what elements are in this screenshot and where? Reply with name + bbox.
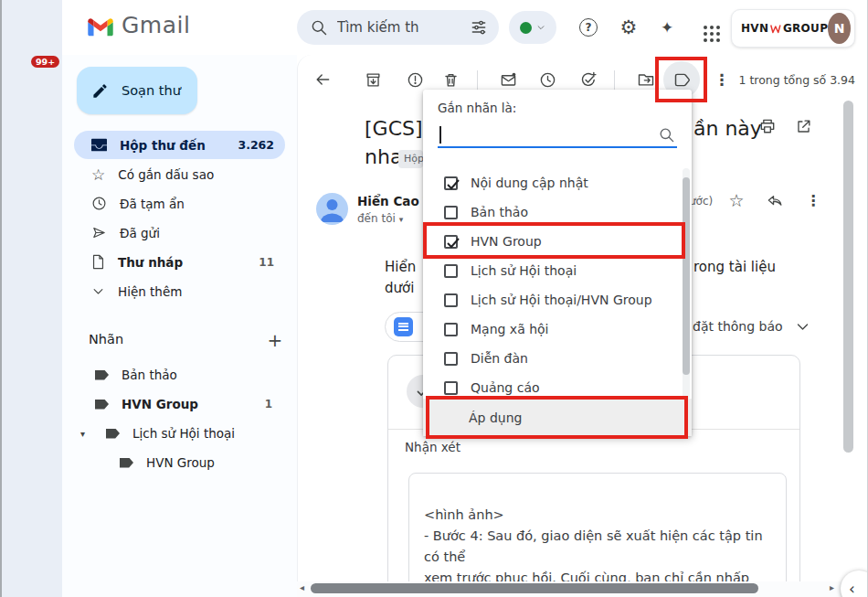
inbox-label-chip: Hộp bbox=[398, 150, 423, 168]
create-label-button[interactable]: + bbox=[262, 327, 288, 353]
arrow-left-icon bbox=[313, 70, 332, 89]
label-item-hvn-group[interactable]: HVN Group 1 bbox=[74, 389, 285, 419]
star-icon: ☆ bbox=[91, 165, 105, 184]
checkbox-unchecked[interactable] bbox=[444, 352, 458, 366]
checkbox-unchecked[interactable] bbox=[444, 293, 458, 307]
reply-button[interactable] bbox=[758, 184, 791, 217]
sidebar-item-more[interactable]: Hiện thêm bbox=[74, 277, 285, 305]
label-icon bbox=[95, 400, 109, 410]
sidebar-item-snoozed[interactable]: Đã tạm ẩn bbox=[74, 189, 285, 218]
label-option-dien-dan[interactable]: Diễn đàn bbox=[423, 344, 692, 373]
label-option-quang-cao[interactable]: Quảng cáo bbox=[423, 373, 692, 399]
checkbox-checked[interactable] bbox=[444, 235, 458, 249]
help-button[interactable]: ? bbox=[576, 15, 601, 40]
sidebar-item-count: 3.262 bbox=[238, 138, 274, 152]
quoted-content-box: <hình ảnh> - Bước 4: Sau đó, giao diện s… bbox=[408, 473, 787, 597]
checkbox-unchecked[interactable] bbox=[444, 264, 458, 278]
sidebar-item-count: 11 bbox=[259, 256, 274, 269]
search-options-icon[interactable] bbox=[470, 18, 488, 37]
sidebar-item-label: Đã gửi bbox=[120, 226, 160, 240]
snooze-clock-icon bbox=[539, 71, 556, 89]
recipient-row[interactable]: đến tôi ▾ bbox=[357, 212, 403, 225]
body-line2: dưới bbox=[385, 280, 414, 296]
dropdown-scrollbar-thumb[interactable] bbox=[683, 177, 690, 375]
checkbox-unchecked[interactable] bbox=[444, 206, 458, 219]
print-button[interactable] bbox=[751, 110, 784, 143]
trash-icon bbox=[442, 71, 460, 89]
sidebar-item-starred[interactable]: ☆ Có gắn dấu sao bbox=[74, 160, 285, 188]
timestamp-fragment: ước) bbox=[689, 195, 713, 208]
checkbox-unchecked[interactable] bbox=[444, 381, 458, 395]
status-chip[interactable] bbox=[509, 11, 556, 44]
label-option-mang-xa-hoi[interactable]: Mạng xã hội bbox=[423, 314, 692, 344]
label-option-ban-thao[interactable]: Bản thảo bbox=[423, 197, 692, 227]
toolbar-divider bbox=[477, 70, 478, 90]
label-option-text: Bản thảo bbox=[471, 205, 528, 219]
sender-avatar[interactable] bbox=[316, 193, 348, 225]
label-item-text: HVN Group bbox=[146, 455, 215, 470]
apply-button[interactable]: Áp dụng bbox=[423, 399, 692, 436]
label-option-text: Lịch sử Hội thoại/HVN Group bbox=[471, 293, 652, 307]
label-option-text: Nội dung cập nhật bbox=[471, 176, 588, 190]
back-button[interactable] bbox=[306, 63, 339, 96]
compose-label: Soạn thư bbox=[122, 83, 181, 98]
label-item-ban-thao[interactable]: Bản thảo bbox=[74, 360, 285, 389]
label-option-hvn-group[interactable]: HVN Group bbox=[423, 227, 692, 256]
workspace-logo-card: HVN GROUP N bbox=[731, 9, 855, 48]
open-in-new-button[interactable] bbox=[787, 110, 820, 143]
label-search-input[interactable] bbox=[438, 123, 677, 148]
header: Gmail Tìm kiếm th ? ⚙ ✦ HVN GROUP N bbox=[62, 0, 868, 55]
star-message-button[interactable]: ☆ bbox=[720, 184, 753, 217]
label-option-text: HVN Group bbox=[471, 234, 542, 249]
more-options-button[interactable]: ⋮ bbox=[705, 63, 738, 96]
body-fragment-left: Hiển bbox=[385, 259, 416, 275]
search-bar[interactable]: Tìm kiếm th bbox=[297, 10, 499, 45]
search-icon bbox=[658, 126, 675, 144]
comment-section-label: Nhận xét bbox=[405, 440, 460, 454]
apps-button[interactable] bbox=[693, 15, 718, 40]
label-item-lich-su[interactable]: ▾ Lịch sử Hội thoại bbox=[74, 419, 285, 448]
search-input[interactable]: Tìm kiếm th bbox=[337, 19, 470, 36]
horizontal-scrollbar-thumb[interactable] bbox=[311, 583, 758, 593]
scroll-left-arrow-icon[interactable]: ◂ bbox=[300, 582, 304, 592]
subject-line2: nha bbox=[365, 145, 402, 168]
draft-icon bbox=[91, 254, 105, 270]
label-option-lich-su[interactable]: Lịch sử Hội thoại bbox=[423, 256, 692, 285]
sidebar-item-sent[interactable]: Đã gửi bbox=[74, 219, 285, 247]
star-icon: ☆ bbox=[728, 190, 744, 210]
notification-text: đặt thông báo bbox=[693, 319, 783, 334]
notification-setting[interactable]: đặt thông báo bbox=[693, 319, 810, 334]
clock-icon bbox=[91, 196, 107, 211]
settings-button[interactable]: ⚙ bbox=[616, 15, 641, 40]
scroll-right-arrow-icon[interactable]: ▸ bbox=[830, 582, 834, 592]
workspace-logo-group: GROUP bbox=[783, 22, 828, 35]
message-more-button[interactable]: ⋮ bbox=[797, 184, 830, 217]
reply-icon bbox=[767, 192, 784, 209]
gmail-m-icon bbox=[87, 15, 114, 37]
status-active-dot bbox=[520, 22, 532, 34]
label-option-noi-dung[interactable]: Nội dung cập nhật bbox=[423, 168, 692, 197]
chevron-down-icon bbox=[91, 284, 105, 298]
archive-button[interactable] bbox=[356, 63, 389, 96]
chevron-down-icon: ▾ bbox=[399, 215, 404, 224]
label-option-lich-su-hvn[interactable]: Lịch sử Hội thoại/HVN Group bbox=[423, 285, 692, 314]
sender-name: Hiển Cao T bbox=[357, 194, 432, 208]
checkbox-unchecked[interactable] bbox=[444, 323, 458, 336]
label-menu-title: Gắn nhãn là: bbox=[438, 101, 516, 115]
account-avatar[interactable]: N bbox=[828, 13, 851, 44]
expand-arrow-icon[interactable]: ▾ bbox=[80, 429, 93, 439]
horizontal-scrollbar-track[interactable]: ◂ ▸ bbox=[297, 581, 868, 597]
chevron-down-icon bbox=[796, 320, 810, 334]
sidebar-item-inbox[interactable]: Hộp thư đến 3.262 bbox=[74, 131, 285, 159]
compose-button[interactable]: Soạn thư bbox=[77, 67, 197, 114]
report-icon bbox=[407, 71, 424, 89]
sidebar-item-drafts[interactable]: Thư nháp 11 bbox=[74, 248, 285, 276]
gemini-button[interactable]: ✦ bbox=[654, 15, 680, 40]
apps-grid-icon bbox=[704, 26, 707, 29]
vertical-scrollbar[interactable] bbox=[843, 101, 853, 453]
label-icon bbox=[95, 370, 109, 380]
checkbox-checked[interactable] bbox=[444, 176, 458, 190]
label-option-text: Lịch sử Hội thoại bbox=[471, 263, 577, 278]
help-icon: ? bbox=[579, 18, 598, 37]
label-item-hvn-group-nested[interactable]: HVN Group bbox=[74, 448, 285, 477]
